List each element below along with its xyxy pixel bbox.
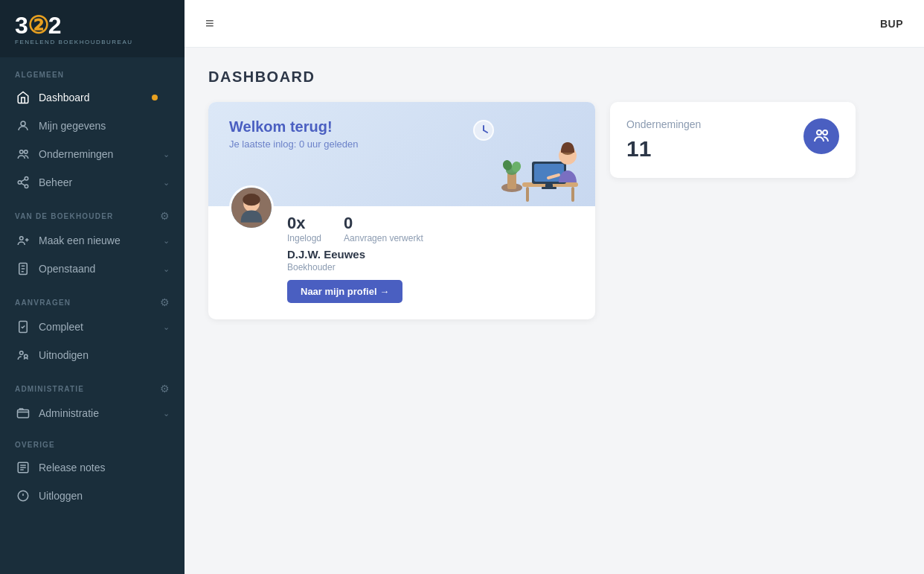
page-title: DASHBOARD	[208, 68, 900, 86]
svg-point-47	[243, 194, 260, 205]
chevron-compleet: ⌄	[163, 322, 170, 332]
logout-icon	[15, 489, 31, 503]
section-van-de-boekhouder: VAN DE BOEKHOUDER ⚙	[0, 197, 185, 226]
dashboard-badge	[152, 95, 158, 101]
svg-line-7	[21, 179, 25, 182]
user-name: D.J.W. Eeuwes	[287, 248, 574, 261]
user-info: 0x Ingelogd 0 Aanvragen verwerkt D.J.W. …	[287, 206, 574, 303]
sidebar: 3②2 FENELEND BOEKHOUDBUREAU ALGEMEEN Das…	[0, 0, 185, 574]
section-algemeen: ALGEMEEN	[0, 57, 185, 83]
sidebar-label-uitnodigen: Uitnodigen	[39, 349, 170, 361]
section-aanvragen: AANVRAGEN ⚙	[0, 283, 185, 313]
svg-point-0	[21, 121, 25, 126]
stat-aanvragen-label: Aanvragen verwerkt	[344, 233, 423, 243]
svg-point-2	[25, 150, 28, 154]
check-clipboard-icon	[15, 320, 31, 334]
folder-icon	[15, 406, 31, 420]
chevron-ondernemingen: ⌄	[163, 150, 170, 159]
svg-point-16	[20, 351, 24, 355]
user-role: Boekhouder	[287, 262, 574, 272]
avatar	[229, 185, 274, 230]
stat-ingelogd-label: Ingelogd	[287, 233, 321, 243]
sidebar-item-mijn-gegevens[interactable]: Mijn gegevens	[0, 112, 185, 140]
sidebar-label-beheer: Beheer	[39, 176, 163, 188]
user-stats: 0x Ingelogd 0 Aanvragen verwerkt	[287, 214, 574, 243]
sidebar-label-uitloggen: Uitloggen	[39, 490, 170, 502]
stat-aanvragen: 0 Aanvragen verwerkt	[344, 214, 423, 243]
chevron-beheer: ⌄	[163, 178, 170, 188]
sidebar-item-uitloggen[interactable]: Uitloggen	[0, 482, 185, 510]
topbar-label: BUP	[880, 18, 903, 30]
stat-aanvragen-value: 0	[344, 214, 423, 233]
svg-rect-37	[571, 187, 574, 202]
svg-point-4	[18, 181, 22, 185]
sidebar-label-ondernemingen: Ondernemingen	[39, 148, 163, 160]
add-user-icon	[15, 234, 31, 247]
stat-ingelogd: 0x Ingelogd	[287, 214, 321, 243]
cards-row: Welkom terug! Je laatste inlog: 0 uur ge…	[208, 102, 900, 319]
welcome-card: Welkom terug! Je laatste inlog: 0 uur ge…	[208, 102, 595, 319]
gear-icon-administratie[interactable]: ⚙	[160, 383, 170, 395]
profile-button[interactable]: Naar mijn profiel →	[287, 280, 402, 303]
ondernemingen-icon-button[interactable]	[803, 118, 839, 154]
sidebar-label-mijn-gegevens: Mijn gegevens	[39, 120, 170, 132]
svg-rect-36	[526, 187, 529, 202]
group-icon	[812, 127, 830, 145]
clipboard-icon	[15, 262, 31, 275]
logo-text: 3②2	[15, 13, 133, 37]
sidebar-item-openstaand[interactable]: Openstaand ⌄	[0, 255, 185, 283]
svg-point-3	[25, 177, 28, 181]
sidebar-logo: 3②2 FENELEND BOEKHOUDBUREAU	[0, 0, 185, 57]
users-icon	[15, 147, 31, 161]
svg-point-8	[20, 237, 24, 240]
stat-ingelogd-value: 0x	[287, 214, 321, 233]
sidebar-label-compleet: Compleet	[39, 321, 163, 333]
section-overige: OVERIGE	[0, 427, 185, 453]
sidebar-item-administratie[interactable]: Administratie ⌄	[0, 399, 185, 427]
ondernemingen-card: Ondernemingen 11	[610, 102, 856, 178]
sidebar-item-maak-nieuwe[interactable]: Maak een nieuwe ⌄	[0, 226, 185, 255]
topbar: ≡ BUP	[185, 0, 924, 48]
svg-point-48	[817, 130, 821, 135]
ondernemingen-count: 11	[626, 136, 701, 162]
gear-icon-boekhouder[interactable]: ⚙	[160, 210, 170, 222]
sidebar-item-release-notes[interactable]: Release notes	[0, 453, 185, 482]
svg-rect-18	[18, 410, 29, 418]
svg-rect-41	[542, 187, 556, 189]
home-icon	[15, 91, 31, 104]
hamburger-button[interactable]: ≡	[205, 15, 214, 32]
invite-icon	[15, 348, 31, 362]
sidebar-label-dashboard: Dashboard	[39, 92, 170, 103]
sidebar-label-maak-nieuwe: Maak een nieuwe	[39, 235, 163, 246]
welcome-card-body: 0x Ingelogd 0 Aanvragen verwerkt D.J.W. …	[208, 206, 595, 319]
svg-point-1	[20, 150, 24, 154]
chevron-maak: ⌄	[163, 236, 170, 246]
chevron-openstaand: ⌄	[163, 264, 170, 274]
svg-point-49	[823, 130, 827, 135]
share-icon	[15, 176, 31, 189]
section-administratie: ADMINISTRATIE ⚙	[0, 369, 185, 399]
svg-point-5	[25, 185, 28, 188]
sidebar-item-compleet[interactable]: Compleet ⌄	[0, 313, 185, 341]
sidebar-item-uitnodigen[interactable]: Uitnodigen	[0, 341, 185, 369]
svg-rect-31	[507, 173, 516, 189]
sidebar-item-beheer[interactable]: Beheer ⌄	[0, 168, 185, 197]
sidebar-label-release-notes: Release notes	[39, 462, 170, 473]
chevron-administratie: ⌄	[163, 409, 170, 418]
main-content: ≡ BUP DASHBOARD Welkom terug! Je laatste…	[185, 0, 924, 574]
sidebar-item-dashboard[interactable]: Dashboard	[0, 83, 185, 112]
logo-sub: FENELEND BOEKHOUDBUREAU	[15, 39, 133, 45]
user-icon	[15, 119, 31, 133]
sidebar-label-administratie: Administratie	[39, 407, 163, 419]
sidebar-item-ondernemingen[interactable]: Ondernemingen ⌄	[0, 140, 185, 168]
ondernemingen-label: Ondernemingen	[626, 118, 701, 130]
page-content: DASHBOARD Welkom terug! Je laatste inlog…	[185, 48, 924, 574]
avatar-container	[229, 185, 274, 230]
sidebar-label-openstaand: Openstaand	[39, 263, 163, 275]
ondernemingen-info: Ondernemingen 11	[626, 118, 701, 162]
notes-icon	[15, 461, 31, 474]
gear-icon-aanvragen[interactable]: ⚙	[160, 296, 170, 308]
welcome-illustration	[461, 117, 580, 206]
svg-line-6	[21, 183, 25, 185]
